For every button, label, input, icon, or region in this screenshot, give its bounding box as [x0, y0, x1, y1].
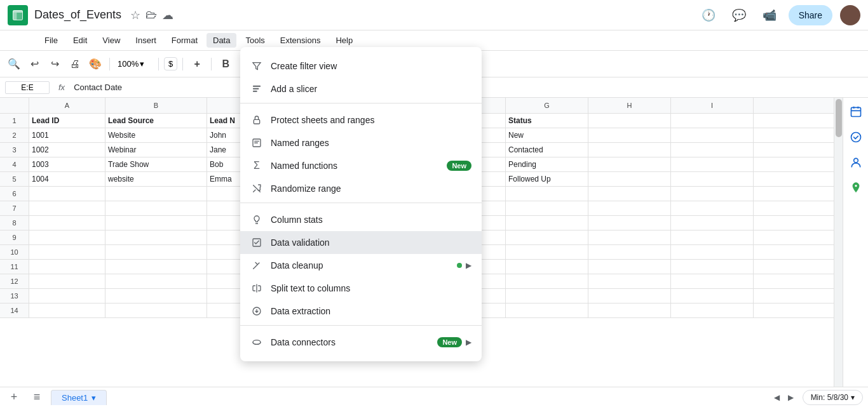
named-functions-item[interactable]: Σ Named functions New: [240, 154, 482, 177]
cell-h1[interactable]: [588, 114, 671, 128]
cell-a11[interactable]: [29, 260, 105, 274]
add-slicer-item[interactable]: Add a slicer: [240, 77, 482, 100]
format-dollar[interactable]: $: [164, 57, 177, 70]
redo-button[interactable]: ↪: [46, 55, 64, 73]
menu-insert[interactable]: Insert: [129, 33, 163, 48]
menu-help[interactable]: Help: [329, 33, 359, 48]
cell-i3[interactable]: [671, 143, 754, 157]
cell-i12[interactable]: [671, 274, 754, 288]
cell-a14[interactable]: [29, 304, 105, 317]
menu-data[interactable]: Data: [207, 33, 236, 48]
cell-g4[interactable]: Pending: [506, 157, 588, 171]
menu-file[interactable]: File: [38, 33, 64, 48]
cell-b9[interactable]: [105, 230, 207, 244]
cell-h7[interactable]: [588, 201, 671, 215]
data-cleanup-item[interactable]: Data cleanup ▶: [240, 254, 482, 277]
cell-b8[interactable]: [105, 216, 207, 230]
cell-h11[interactable]: [588, 260, 671, 274]
cell-b12[interactable]: [105, 274, 207, 288]
check-side-icon[interactable]: [847, 128, 865, 146]
named-ranges-item[interactable]: Named ranges: [240, 131, 482, 154]
col-header-a[interactable]: A: [29, 98, 105, 113]
cell-g1[interactable]: Status: [506, 114, 588, 128]
cell-i10[interactable]: [671, 245, 754, 259]
more-formats-button[interactable]: +: [188, 55, 206, 73]
menu-extensions[interactable]: Extensions: [274, 33, 327, 48]
cell-g5[interactable]: Followed Up: [506, 172, 588, 186]
cloud-icon[interactable]: ☁: [162, 8, 173, 22]
menu-view[interactable]: View: [96, 33, 126, 48]
cell-a5[interactable]: 1004: [29, 172, 105, 186]
person-side-icon[interactable]: [847, 154, 865, 171]
sheet-tab-sheet1[interactable]: Sheet1 ▾: [51, 390, 107, 405]
cell-b6[interactable]: [105, 187, 207, 201]
cell-b5[interactable]: website: [105, 172, 207, 186]
cell-i7[interactable]: [671, 201, 754, 215]
folder-icon[interactable]: 🗁: [146, 8, 157, 22]
add-sheet-button[interactable]: +: [5, 389, 23, 406]
cell-a4[interactable]: 1003: [29, 157, 105, 171]
column-stats-item[interactable]: Column stats: [240, 208, 482, 231]
star-icon[interactable]: ☆: [130, 8, 140, 22]
share-button[interactable]: Share: [789, 5, 832, 25]
cell-i1[interactable]: [671, 114, 754, 128]
cell-b3[interactable]: Webinar: [105, 143, 207, 157]
cell-h9[interactable]: [588, 230, 671, 244]
cell-h14[interactable]: [588, 304, 671, 317]
cell-i11[interactable]: [671, 260, 754, 274]
data-connectors-item[interactable]: Data connectors New ▶: [240, 331, 482, 354]
cell-h12[interactable]: [588, 274, 671, 288]
data-extraction-item[interactable]: Data extraction: [240, 300, 482, 323]
cell-b1[interactable]: Lead Source: [105, 114, 207, 128]
cell-b11[interactable]: [105, 260, 207, 274]
protect-sheets-item[interactable]: Protect sheets and ranges: [240, 109, 482, 131]
create-filter-view-item[interactable]: Create filter view: [240, 55, 482, 77]
cell-b2[interactable]: Website: [105, 128, 207, 142]
print-button[interactable]: 🖨: [66, 55, 84, 73]
cell-i8[interactable]: [671, 216, 754, 230]
bold-button[interactable]: B: [217, 55, 234, 73]
cell-h8[interactable]: [588, 216, 671, 230]
cell-g2[interactable]: New: [506, 128, 588, 142]
sheet-menu-button[interactable]: ≡: [28, 389, 46, 406]
avatar[interactable]: [840, 5, 860, 25]
cell-g10[interactable]: [506, 245, 588, 259]
cell-g9[interactable]: [506, 230, 588, 244]
cell-i14[interactable]: [671, 304, 754, 317]
cell-i6[interactable]: [671, 187, 754, 201]
cell-a8[interactable]: [29, 216, 105, 230]
cell-g13[interactable]: [506, 289, 588, 303]
map-side-icon[interactable]: [847, 179, 865, 197]
cell-a2[interactable]: 1001: [29, 128, 105, 142]
menu-tools[interactable]: Tools: [239, 33, 271, 48]
vertical-scrollbar[interactable]: [834, 98, 843, 397]
cell-g6[interactable]: [506, 187, 588, 201]
cell-g14[interactable]: [506, 304, 588, 317]
cell-i9[interactable]: [671, 230, 754, 244]
undo-button[interactable]: ↩: [25, 55, 43, 73]
menu-format[interactable]: Format: [165, 33, 204, 48]
zoom-selector[interactable]: 100% ▾: [115, 57, 153, 71]
col-header-i[interactable]: I: [671, 98, 754, 113]
randomize-range-item[interactable]: Randomize range: [240, 177, 482, 200]
cell-a1[interactable]: Lead ID: [29, 114, 105, 128]
cell-a9[interactable]: [29, 230, 105, 244]
cell-a7[interactable]: [29, 201, 105, 215]
split-text-item[interactable]: Split text to columns: [240, 277, 482, 300]
cell-a12[interactable]: [29, 274, 105, 288]
cell-i2[interactable]: [671, 128, 754, 142]
scroll-arrow-left[interactable]: ◀: [771, 391, 783, 404]
min-badge[interactable]: Min: 5/8/30 ▾: [803, 390, 863, 405]
cell-a6[interactable]: [29, 187, 105, 201]
paint-button[interactable]: 🎨: [86, 55, 104, 73]
cell-h13[interactable]: [588, 289, 671, 303]
cell-h5[interactable]: [588, 172, 671, 186]
cell-i13[interactable]: [671, 289, 754, 303]
cell-b13[interactable]: [105, 289, 207, 303]
cell-reference[interactable]: [5, 81, 50, 94]
comment-button[interactable]: 💬: [728, 4, 750, 27]
calendar-side-icon[interactable]: [847, 103, 865, 121]
cell-g8[interactable]: [506, 216, 588, 230]
cell-h4[interactable]: [588, 157, 671, 171]
cell-b10[interactable]: [105, 245, 207, 259]
